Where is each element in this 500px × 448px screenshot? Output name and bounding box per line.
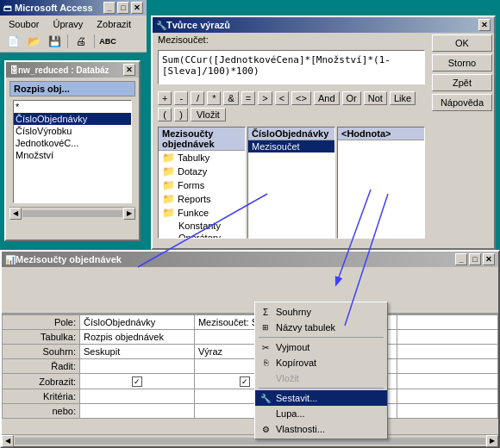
checkbox-1[interactable] <box>132 376 142 387</box>
query-close-btn[interactable]: ✕ <box>483 253 495 265</box>
db-close-btn[interactable]: ✕ <box>123 64 135 76</box>
item-dotazy[interactable]: 📁 Dotazy <box>159 165 245 178</box>
op-gt[interactable]: > <box>258 91 272 105</box>
ctx-kopirovat[interactable]: ⎘ Kopírovat <box>255 355 387 370</box>
print-btn[interactable]: 🖨 <box>72 33 91 50</box>
ctx-separator-1 <box>259 337 384 338</box>
item-funkce[interactable]: 📁 Funkce <box>159 206 245 220</box>
cell-nebo-4[interactable] <box>397 404 497 419</box>
cell-pole-4[interactable] <box>397 315 497 330</box>
ctx-vlozit[interactable]: Vložit <box>255 370 387 386</box>
cell-tabulka-1[interactable]: Rozpis objednávek <box>80 330 195 345</box>
menu-soubor[interactable]: Soubor <box>3 17 44 31</box>
cell-radit-4[interactable] <box>397 359 497 374</box>
field-star[interactable]: * <box>14 101 131 113</box>
op-not[interactable]: Not <box>364 91 387 105</box>
cell-nebo-1[interactable] <box>80 404 195 419</box>
abc-btn[interactable]: ABC <box>98 33 117 50</box>
query-minimize-btn[interactable]: _ <box>455 253 467 265</box>
ctx-lupa[interactable]: Lupa... <box>255 406 387 421</box>
expr-left-area: Mezisoučet: Sum(CCur([JednotkovéCena]*[M… <box>153 33 430 242</box>
close-btn[interactable]: ✕ <box>131 2 143 14</box>
expr-formula-label: Mezisoučet: <box>153 33 430 45</box>
op-neq[interactable]: <> <box>291 91 311 105</box>
folder-icon-dotazy: 📁 <box>162 165 175 177</box>
ctx-souhrny[interactable]: Σ Souhrny <box>255 304 387 320</box>
scroll-left-btn[interactable]: ◀ <box>9 208 22 220</box>
ctx-nazvy-tabulek[interactable]: ⊞ Názvy tabulek <box>255 320 387 335</box>
new-btn[interactable]: 📄 <box>3 33 22 50</box>
field-jednotkova-cena[interactable]: JednotkovéC... <box>14 137 131 149</box>
cell-pole-1[interactable]: ČísloObjednávky <box>80 315 195 330</box>
cell-souhrn-4[interactable] <box>397 345 497 359</box>
cell-kriteria-1[interactable] <box>80 389 195 404</box>
item-tabulky[interactable]: 📁 Tabulky <box>159 151 245 165</box>
ctx-sestavit[interactable]: 🔧 Sestavit... <box>255 390 387 406</box>
ctx-vlastnosti[interactable]: ⚙ Vlastnosti... <box>255 421 387 437</box>
expr-panel-right: <Hodnota> <box>337 127 425 239</box>
back-button[interactable]: Zpět <box>432 74 492 91</box>
cell-tabulka-4[interactable] <box>397 330 497 345</box>
ok-button[interactable]: OK <box>432 34 492 52</box>
op-eq[interactable]: = <box>241 91 255 105</box>
help-button[interactable]: Nápověda <box>432 94 492 111</box>
query-grid-area[interactable]: Pole: ČísloObjednávky Mezisoučet: S... T… <box>2 314 498 419</box>
db-icon: 🗄 <box>9 65 18 75</box>
ctx-vyjmout[interactable]: ✂ Vyjmout <box>255 339 387 355</box>
field-list-box: * ČísloObjednávky ČísloVýrobku Jednotkov… <box>13 100 132 203</box>
query-scroll-left[interactable]: ◀ <box>2 435 14 447</box>
op-or[interactable]: Or <box>342 91 361 105</box>
open-btn[interactable]: 📂 <box>24 33 43 50</box>
op-plus[interactable]: + <box>158 91 172 105</box>
op-multiply[interactable]: * <box>207 91 221 105</box>
cancel-button[interactable]: Storno <box>432 54 492 72</box>
expr-panel-middle-header: ČísloObjednávky <box>248 128 334 140</box>
op-lt[interactable]: < <box>275 91 289 105</box>
op-divide[interactable]: / <box>191 91 204 105</box>
access-title: Microsoft Access <box>15 3 93 13</box>
op-vlozit[interactable]: Vložit <box>191 108 226 121</box>
folder-icon-forms: 📁 <box>162 179 175 191</box>
db-content: Rozpis obj... * ČísloObjednávky ČísloVýr… <box>6 78 139 222</box>
minimize-btn[interactable]: _ <box>103 2 116 14</box>
op-minus[interactable]: - <box>174 91 188 105</box>
field-cislo-vyrobku[interactable]: ČísloVýrobku <box>14 125 131 137</box>
expr-panel-left-header: Mezisoučty objednávek <box>159 128 245 151</box>
query-scroll-right[interactable]: ▶ <box>486 435 498 447</box>
menu-upravy[interactable]: Úpravy <box>47 17 88 31</box>
checkbox-2[interactable] <box>240 376 250 387</box>
item-mezisoucet[interactable]: Mezisoučet <box>248 140 334 152</box>
menu-zobrazit[interactable]: Zobrazit <box>91 17 136 31</box>
query-scroll-track[interactable] <box>15 438 485 445</box>
cell-souhrn-1[interactable]: Seskupit <box>80 345 195 359</box>
op-like[interactable]: Like <box>390 91 416 105</box>
expr-formula-box[interactable]: Sum(CCur([JednotkovéCena]*[Množství]*(1-… <box>158 50 425 84</box>
label-nebo: nebo: <box>3 404 80 419</box>
scroll-track[interactable] <box>22 210 122 217</box>
scroll-right-btn[interactable]: ▶ <box>123 208 135 220</box>
cell-radit-1[interactable] <box>80 359 195 374</box>
op-and[interactable]: And <box>314 91 340 105</box>
expr-builder-window: 🔧 Tvůrce výrazů ✕ Mezisoučet: Sum(CCur([… <box>151 16 496 250</box>
cell-zobrazit-4[interactable] <box>397 374 497 389</box>
cell-kriteria-4[interactable] <box>397 389 497 404</box>
item-operatory[interactable]: Operátory <box>159 232 245 239</box>
maximize-btn[interactable]: □ <box>117 2 129 14</box>
op-amp[interactable]: & <box>223 91 238 105</box>
item-konstanty[interactable]: Konstanty <box>159 220 245 232</box>
query-design-window: 📊 Mezisoučty objednávek _ □ ✕ Pole: Čísl… <box>0 250 500 448</box>
query-title-bar: 📊 Mezisoučty objednávek _ □ ✕ <box>2 252 498 267</box>
field-cislo-obj[interactable]: ČísloObjednávky <box>14 113 131 125</box>
query-maximize-btn[interactable]: □ <box>469 253 481 265</box>
save-btn[interactable]: 💾 <box>45 33 64 50</box>
expr-close-btn[interactable]: ✕ <box>478 19 491 31</box>
item-forms[interactable]: 📁 Forms <box>159 178 245 192</box>
ctx-icon-kopirovat: ⎘ <box>259 356 272 370</box>
field-mnozstvi[interactable]: Množství <box>14 149 131 161</box>
query-title: Mezisoučty objednávek <box>16 254 122 264</box>
item-reports[interactable]: 📁 Reports <box>159 192 245 206</box>
op-rparen[interactable]: ) <box>174 108 188 121</box>
cell-zobrazit-1[interactable] <box>80 374 195 389</box>
folder-icon-reports: 📁 <box>162 193 175 205</box>
op-lparen[interactable]: ( <box>158 108 172 121</box>
